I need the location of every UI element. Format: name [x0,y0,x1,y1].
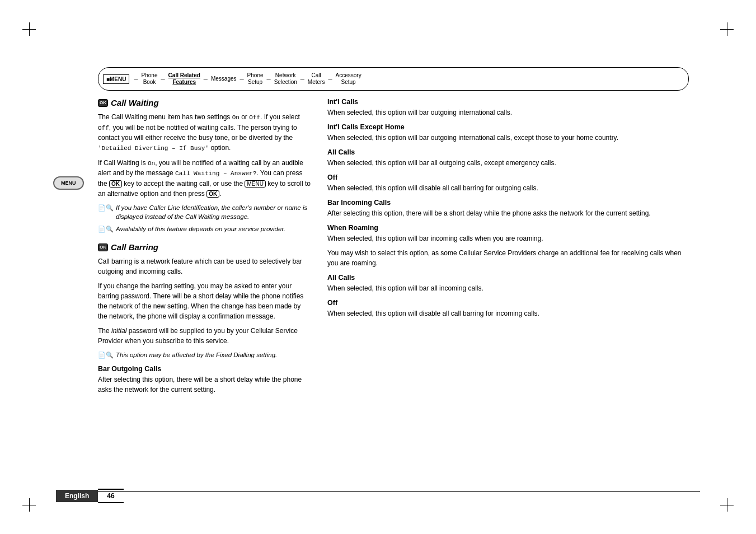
nav-arrow-2: ─ [161,76,165,82]
left-column: OK Call Waiting The Call Waiting menu it… [98,98,311,478]
right-column: Int'l Calls When selected, this option w… [327,98,689,478]
call-waiting-note2: 📄🔍 Availability of this feature depends … [98,224,311,233]
all-calls-in-text: When selected, this option will bar all … [327,283,689,293]
crosshair-bottom-right [720,498,734,512]
off-out-heading: Off [327,174,689,181]
all-calls-out-heading: All Calls [327,148,689,156]
nav-item-phone-book[interactable]: Phone Book [139,72,160,86]
nav-menu: ■MENU [103,74,133,84]
crosshair-top-left [22,22,36,36]
when-roaming-text1: When selected, this option will bar inco… [327,233,689,243]
off-out-text: When selected, this option will disable … [327,183,689,193]
all-calls-in-heading: All Calls [327,274,689,282]
nav-arrow-7: ─ [328,76,332,82]
nav-item-call-related[interactable]: Call Related Features [166,72,203,86]
off-in-heading: Off [327,299,689,307]
call-barring-para1: Call barring is a network feature which … [98,256,311,277]
nav-item-network-selection[interactable]: Network Selection [272,72,299,86]
off-in-text: When selected, this option will disable … [327,308,689,318]
crosshair-bottom-left [22,498,36,512]
bar-incoming-heading: Bar Incoming Calls [327,199,689,207]
intl-calls-except-heading: Int'l Calls Except Home [327,123,689,131]
footer: English 46 [56,489,700,503]
note-icon-2: 📄🔍 [98,225,114,233]
nav-arrow-3: ─ [204,76,208,82]
crosshair-top-right [720,22,734,36]
call-barring-para2: If you change the barring setting, you m… [98,281,311,321]
intl-calls-text: When selected, this option will bar outg… [327,107,689,118]
call-barring-title: OK Call Barring [98,242,311,252]
call-waiting-note1: 📄🔍 If you have Caller Line Identificatio… [98,203,311,221]
call-waiting-para1: The Call Waiting menu item has two setti… [98,112,311,153]
call-barring-heading: Call Barring [111,242,158,252]
nav-bar: ■MENU ─ Phone Book ─ Call Related Featur… [98,67,689,91]
note-icon-1: 📄🔍 [98,204,114,212]
all-calls-out-text: When selected, this option will bar all … [327,158,689,168]
nav-arrow-5: ─ [267,76,271,82]
bar-outgoing-text: After selecting this option, there will … [98,374,311,395]
footer-page-number: 46 [98,489,123,503]
nav-arrow-6: ─ [300,76,304,82]
nav-item-phone-setup[interactable]: Phone Setup [245,72,266,86]
note-icon-3: 📄🔍 [98,351,114,359]
menu-button: MENU [53,176,84,190]
call-waiting-para2: If Call Waiting is On, you will be notif… [98,158,311,199]
main-content: OK Call Waiting The Call Waiting menu it… [98,98,689,478]
ok-icon-call-barring: OK [98,243,108,251]
menu-button-label: MENU [61,180,76,186]
intl-calls-except-text: When selected, this option will bar outg… [327,133,689,143]
menu-label: ■MENU [103,74,129,84]
menu-button-graphic: MENU [53,176,84,190]
footer-language: English [56,490,98,502]
call-barring-note1: 📄🔍 This option may be affected by the Fi… [98,350,311,359]
nav-arrow-4: ─ [240,76,244,82]
intl-calls-heading: Int'l Calls [327,98,689,106]
call-waiting-title: OK Call Waiting [98,98,311,107]
call-barring-para3: The initial password will be supplied to… [98,326,311,346]
nav-item-call-meters[interactable]: Call Meters [306,72,327,86]
bar-incoming-text: After selecting this option, there will … [327,208,689,218]
nav-item-accessory-setup[interactable]: Accessory Setup [334,72,364,86]
ok-icon-call-waiting: OK [98,99,108,107]
nav-arrow-1: ─ [134,76,138,82]
nav-item-messages[interactable]: Messages [209,76,239,82]
when-roaming-text2: You may wish to select this option, as s… [327,248,689,268]
bar-outgoing-heading: Bar Outgoing Calls [98,365,311,373]
when-roaming-heading: When Roaming [327,224,689,232]
call-waiting-heading: Call Waiting [111,98,159,107]
